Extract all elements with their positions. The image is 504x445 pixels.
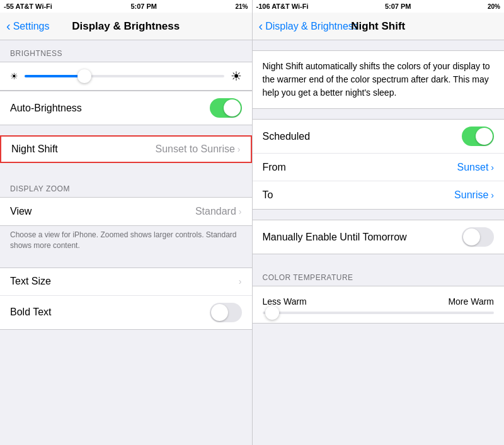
auto-brightness-knob [224,99,241,116]
scheduled-item: Scheduled [253,120,505,154]
bold-text-knob [211,304,228,321]
right-panel: -106 AT&T Wi-Fi 5:07 PM 20% ‹ Display & … [253,0,505,445]
right-carrier: -106 AT&T Wi-Fi [256,3,309,10]
right-status-bar: -106 AT&T Wi-Fi 5:07 PM 20% [253,0,505,13]
temp-labels-row: Less Warm More Warm [253,290,505,307]
auto-brightness-group: Auto-Brightness [0,91,252,125]
left-status-bar: -55 AT&T Wi-Fi 5:07 PM 21% [0,0,252,13]
to-value: Sunrise [454,189,488,201]
left-nav-bar: ‹ Settings Display & Brightness [0,13,252,40]
night-shift-value-row: Sunset to Sunrise › [156,144,241,155]
auto-brightness-toggle[interactable] [210,98,242,118]
to-chevron: › [491,190,494,200]
night-shift-value: Sunset to Sunrise [156,144,235,155]
auto-brightness-item: Auto-Brightness [0,91,252,125]
display-zoom-helper: Choose a view for iPhone. Zoomed shows l… [0,226,252,257]
left-carrier: -55 AT&T Wi-Fi [4,3,52,10]
scheduled-label: Scheduled [263,131,311,142]
view-value: Standard [195,206,236,217]
bold-text-label: Bold Text [10,307,52,318]
right-status-time: 5:07 PM [385,3,411,10]
view-item[interactable]: View Standard › [0,198,252,225]
temp-slider-thumb[interactable] [265,306,279,320]
left-status-time: 5:07 PM [130,3,157,10]
temp-slider-row[interactable] [253,307,505,323]
brightness-slider-track[interactable] [25,75,224,77]
view-label: View [10,206,32,217]
left-battery: 21% [235,3,248,10]
brightness-slider-fill [25,75,84,77]
scheduled-toggle[interactable] [462,127,494,146]
text-group: Text Size › Bold Text [0,268,252,330]
right-nav-title: Night Shift [351,20,405,33]
less-warm-label: Less Warm [263,296,307,307]
brightness-row: ☀ ☀ [0,62,252,91]
right-battery: 20% [488,3,500,10]
right-status-right: 20% [488,3,500,10]
color-temp-group: Less Warm More Warm [253,286,505,324]
text-size-chevron: › [239,276,242,286]
left-back-label: Settings [13,21,50,32]
right-back-chevron: ‹ [259,19,263,33]
manual-enable-toggle[interactable] [462,227,494,247]
left-status-right: 21% [235,3,248,10]
brightness-section-label: BRIGHTNESS [0,40,252,62]
manual-enable-knob [463,228,480,245]
scheduled-group: Scheduled From Sunset › To Sunrise › [253,119,505,210]
left-back-button[interactable]: ‹ Settings [6,19,49,33]
from-value-row: Sunset › [457,162,494,173]
color-temp-section-label: COLOR TEMPERATURE [253,264,505,286]
manual-enable-group: Manually Enable Until Tomorrow [253,220,505,254]
description-text: Night Shift automatically shifts the col… [263,61,490,98]
to-item[interactable]: To Sunrise › [253,181,505,209]
manual-enable-item: Manually Enable Until Tomorrow [253,220,505,254]
from-item[interactable]: From Sunset › [253,154,505,181]
sun-large-icon: ☀ [231,69,242,84]
night-shift-label: Night Shift [11,144,58,155]
description-box: Night Shift automatically shifts the col… [253,50,505,109]
view-chevron: › [239,206,242,217]
from-label: From [263,162,286,173]
from-chevron: › [491,162,494,172]
manual-enable-label: Manually Enable Until Tomorrow [263,232,407,243]
auto-brightness-label: Auto-Brightness [10,103,82,114]
to-label: To [263,189,273,201]
more-warm-label: More Warm [448,296,494,307]
from-value: Sunset [457,162,489,173]
display-zoom-section-label: DISPLAY ZOOM [0,176,252,197]
display-zoom-group: View Standard › [0,197,252,226]
text-size-item[interactable]: Text Size › [0,268,252,296]
night-shift-item[interactable]: Night Shift Sunset to Sunrise › [0,135,252,163]
brightness-slider-thumb[interactable] [77,69,91,83]
right-back-label: Display & Brightness [265,21,358,32]
left-status-left: -55 AT&T Wi-Fi [4,3,52,10]
bold-text-toggle[interactable] [210,303,242,322]
left-nav-title: Display & Brightness [72,20,180,33]
to-value-row: Sunrise › [454,189,494,201]
night-shift-chevron: › [238,144,241,154]
right-status-left: -106 AT&T Wi-Fi [256,3,309,10]
view-value-row: Standard › [195,206,242,217]
sun-small-icon: ☀ [10,71,18,81]
text-size-label: Text Size [10,276,51,287]
bold-text-item: Bold Text [0,296,252,329]
left-back-chevron: ‹ [6,19,11,33]
scheduled-knob [476,128,493,145]
right-back-button[interactable]: ‹ Display & Brightness [259,19,358,33]
temp-slider-track[interactable] [263,312,495,314]
right-nav-bar: ‹ Display & Brightness Night Shift [253,13,505,40]
left-panel: -55 AT&T Wi-Fi 5:07 PM 21% ‹ Settings Di… [0,0,252,445]
